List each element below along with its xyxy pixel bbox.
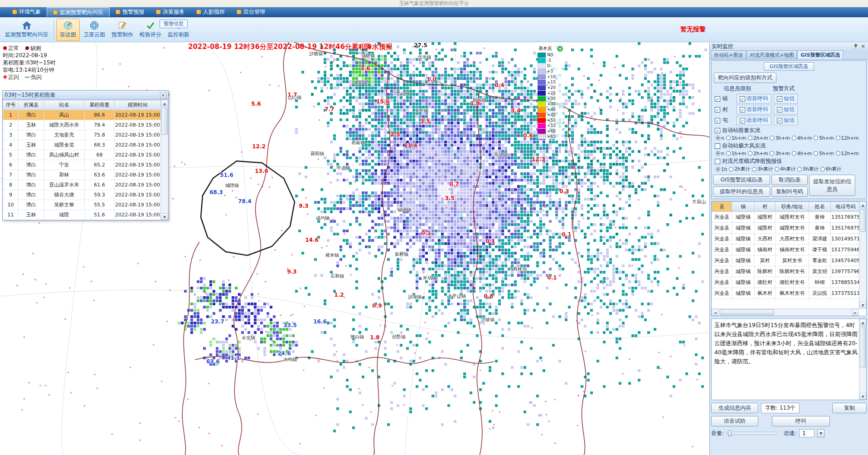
checkbox-icon[interactable]: ✓ <box>715 118 720 123</box>
rain-table-header-cell[interactable]: 序号 <box>3 100 19 110</box>
radio-icon[interactable] <box>716 151 720 156</box>
tool-button[interactable]: 卫星云图 <box>81 19 108 41</box>
contact-header-cell[interactable]: 县 <box>712 202 732 212</box>
map-area[interactable]: 沙塘镇蒲塘镇北市镇洛阳镇山心镇小平山镇民乐镇太平镇马坡镇石南镇葵阳镇平山镇城隍镇… <box>0 42 709 455</box>
scroll-up-icon[interactable]: ▲ <box>859 319 866 326</box>
radio-option[interactable]: 12h+m <box>836 135 859 141</box>
copy-button[interactable]: 复制 <box>832 403 867 413</box>
radio-option[interactable]: 3h+m <box>770 151 790 156</box>
radio-option[interactable]: 1h+m <box>726 151 746 156</box>
scroll-down-icon[interactable]: ▼ <box>859 302 866 308</box>
sms-option[interactable]: ✓短信 <box>774 116 798 125</box>
table-row[interactable]: 2玉林城隍大西水库78.42022-08-19 15:00 <box>3 120 161 130</box>
radio-option[interactable]: 12h+m <box>836 151 859 156</box>
scroll-down-icon[interactable]: ▼ <box>161 213 168 220</box>
station-wind-check[interactable]: 自动站极大风实况 <box>715 142 865 150</box>
table-row[interactable]: 兴业县城隍镇城隍村城隍村支书黄铸135176975 <box>712 223 861 234</box>
menu-tab[interactable]: 预警预报 <box>110 7 150 17</box>
checkbox-icon[interactable]: ✓ <box>740 96 745 102</box>
zoom-plus-icon[interactable]: + <box>557 46 563 52</box>
table-row[interactable]: 兴业县城隍镇陈辉村陈辉村支书莫文绍139775796 <box>712 266 861 277</box>
radio-icon[interactable] <box>752 167 756 171</box>
speed-value-field[interactable]: 1 <box>799 429 815 437</box>
tool-button[interactable]: 预警制作 <box>109 19 136 41</box>
radio-icon[interactable] <box>770 151 774 156</box>
scroll-right-icon[interactable]: ► <box>852 309 859 316</box>
scroll-left-icon[interactable]: ◄ <box>712 309 718 316</box>
menu-tab[interactable]: 后台管理 <box>231 7 271 17</box>
radio-option[interactable]: 5h+m <box>814 151 834 156</box>
voice-call-option[interactable]: ✓语音呼叫 <box>737 105 771 114</box>
rain-table-header-cell[interactable]: 累积雨量 <box>85 100 115 110</box>
radio-icon[interactable] <box>792 151 796 156</box>
menu-tab[interactable]: 人影指挥 <box>190 7 231 17</box>
table-row[interactable]: 11玉林城隍51.62022-08-19 15:00 <box>3 210 161 220</box>
gis-select-button[interactable]: GIS预警区域匹选 <box>713 175 770 185</box>
radio-option[interactable]: 2h+m <box>748 151 768 156</box>
table-row[interactable]: 兴业县城隍镇塘肚村塘肚村支书钟镕137885534 <box>712 277 861 288</box>
call-button[interactable]: 呼叫 <box>772 416 830 426</box>
radio-option[interactable]: 5h+m <box>814 135 834 141</box>
rain-table-header-cell[interactable]: 站名 <box>44 100 85 110</box>
radio-icon[interactable] <box>814 136 818 140</box>
radio-icon[interactable] <box>716 136 720 140</box>
radio-option[interactable]: 4h+m <box>792 135 812 141</box>
checkbox-icon[interactable]: ✓ <box>740 118 745 123</box>
checkbox-icon[interactable]: ✓ <box>777 96 782 102</box>
pin-icon[interactable] <box>853 43 859 49</box>
slider-knob[interactable] <box>728 431 732 436</box>
radio-icon[interactable] <box>820 167 825 171</box>
table-row[interactable]: 10博白英桥文黎55.52022-08-19 15:00 <box>3 200 161 210</box>
radio-icon[interactable] <box>726 136 731 140</box>
table-row[interactable]: 兴业县城隍镇枫木村枫木村支书吴以悦137375511 <box>712 288 861 299</box>
scroll-thumb[interactable] <box>860 209 866 232</box>
message-vscrollbar[interactable]: ▲ ▼ <box>859 319 866 400</box>
radio-option[interactable]: 1h <box>716 166 727 172</box>
radio-icon[interactable] <box>775 167 779 171</box>
tool-button[interactable]: 雷达图 <box>56 19 80 41</box>
table-row[interactable]: 兴业县城隍镇莫村莫村支书覃金乾134575405 <box>712 255 861 266</box>
radio-option[interactable]: 3h+m <box>770 135 790 141</box>
copy-number-button[interactable]: 复制叫号码 <box>771 186 808 197</box>
level-mode-button[interactable]: 靶向叫应的级别和方式 <box>714 73 776 83</box>
table-row[interactable]: 6博白宁壹65.22022-08-19 15:00 <box>3 160 161 170</box>
table-row[interactable]: 兴业县城隍镇城隍村城隍村支书黄铸135176975 <box>712 212 861 223</box>
volume-slider[interactable] <box>727 432 777 435</box>
table-row[interactable]: 1博白凤山86.62022-08-19 15:00 <box>3 110 161 120</box>
scroll-thumb[interactable] <box>720 309 774 315</box>
radio-icon[interactable] <box>797 167 802 171</box>
checkbox-icon[interactable]: ✓ <box>715 128 720 133</box>
checkbox-icon[interactable] <box>715 159 720 164</box>
menu-tab[interactable]: 决策服务 <box>150 7 190 17</box>
scroll-thumb[interactable] <box>860 327 866 367</box>
model-forecast-check[interactable]: 对流尺度模式降雨预报值 <box>715 157 865 165</box>
tool-button[interactable]: 监测预警靶向叫应 <box>2 19 51 41</box>
table-row[interactable]: 8博白亚山温罗水库61.62022-08-19 15:00 <box>3 180 161 190</box>
table-row[interactable]: 9博白顿谷大塘59.32022-08-19 15:00 <box>3 190 161 200</box>
checkbox-icon[interactable]: ✓ <box>740 107 745 113</box>
menu-tab[interactable]: 监测预警靶向叫应 <box>47 7 110 17</box>
rain-table-header-cell[interactable]: 所属县 <box>19 100 44 110</box>
extract-sms-button[interactable]: 提取发短信的信息员 <box>809 175 855 196</box>
table-row[interactable]: 7博白那林63.62022-08-19 15:00 <box>3 170 161 180</box>
contact-header-cell[interactable]: 镇 <box>732 202 755 212</box>
radio-option[interactable]: 2h+m <box>748 135 768 141</box>
contact-header-cell[interactable]: 村 <box>755 202 776 212</box>
radio-option[interactable]: n <box>716 135 724 141</box>
scroll-down-icon[interactable]: ▼ <box>859 393 866 400</box>
scroll-up-icon[interactable]: ▲ <box>161 100 168 107</box>
checkbox-icon[interactable]: ✓ <box>777 107 782 113</box>
radio-icon[interactable] <box>729 167 733 171</box>
contact-header-cell[interactable]: 姓名 <box>809 202 831 212</box>
sms-option[interactable]: ✓短信 <box>774 105 798 114</box>
radio-icon[interactable] <box>814 151 818 156</box>
panel-tab[interactable]: 对流尺度模式+地图 <box>747 50 797 59</box>
voice-call-option[interactable]: ✓语音呼叫 <box>737 94 771 103</box>
radio-option[interactable]: 1h+m <box>726 135 746 141</box>
radio-option[interactable]: 2h累计 <box>729 166 750 172</box>
radio-option[interactable]: 3h累计 <box>752 166 773 172</box>
panel-tab[interactable]: 自动站+雷达 <box>711 50 746 59</box>
checkbox-icon[interactable]: ✓ <box>715 107 720 113</box>
panel-close-icon[interactable]: × <box>860 43 866 49</box>
radio-option[interactable]: 5h累计 <box>797 166 818 172</box>
